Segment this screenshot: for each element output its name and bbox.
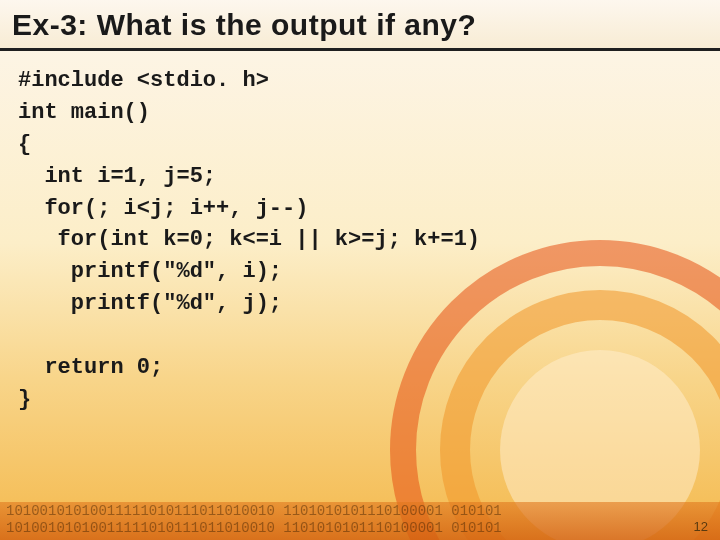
binary-decor-2: 10100101010011111010111011010010 1101010…	[0, 519, 720, 536]
page-number: 12	[694, 519, 708, 534]
title-bar: Ex-3: What is the output if any?	[0, 0, 720, 51]
code-block: #include <stdio. h> int main() { int i=1…	[0, 51, 720, 416]
slide-title: Ex-3: What is the output if any?	[12, 8, 708, 42]
footer-strip: 10100101010011111010111011010010 1101010…	[0, 502, 720, 540]
binary-decor-1: 10100101010011111010111011010010 1101010…	[0, 502, 720, 519]
